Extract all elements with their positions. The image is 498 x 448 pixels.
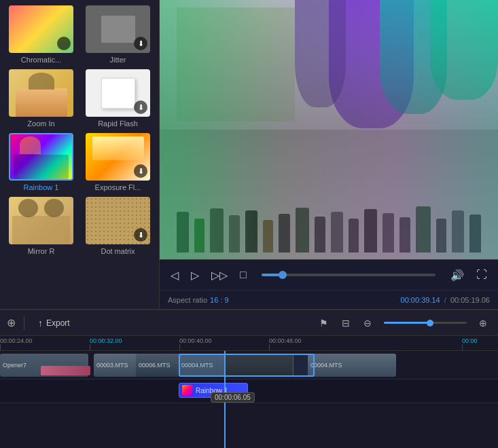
effects-panel: Chromatic... ⬇ Jitter bbox=[0, 0, 160, 309]
clip-audio[interactable] bbox=[41, 366, 90, 375]
export-button[interactable]: ↑ Export bbox=[33, 315, 75, 331]
fullscreen-button[interactable]: ⛶ bbox=[474, 266, 490, 284]
zoom-track bbox=[384, 322, 467, 324]
effect-thumb-rapid-flash: ⬇ bbox=[86, 69, 150, 117]
effect-item-jitter[interactable]: ⬇ Jitter bbox=[82, 5, 154, 64]
download-icon-rapid-flash: ⬇ bbox=[134, 100, 147, 114]
clip-dark[interactable] bbox=[224, 354, 294, 377]
clip-00004mts-2-label: 00004.MTS bbox=[308, 360, 345, 370]
export-label: Export bbox=[46, 318, 70, 328]
timeline-ruler: 00:00:24.00 00:00:32.00 00:00:40.00 00:0… bbox=[0, 336, 498, 351]
timeline-tracks: Opener7 00003.MTS 00006.MTS 00004.MTS bbox=[0, 351, 498, 448]
progress-dot bbox=[279, 271, 287, 279]
effect-thumb-dot-matrix: ⬇ bbox=[86, 197, 150, 244]
time-info: 00:00:39.14 / 00:05:19.06 bbox=[401, 296, 490, 304]
effect-label-rainbow1: Rainbow 1 bbox=[24, 183, 59, 191]
preview-panel: ◁ ▷ ▷▷ □ 🔊 ⛶ Aspect ratio 16 : 9 00:00:3… bbox=[160, 0, 498, 309]
effect-item-exposure-fl[interactable]: ⬇ Exposure Fl... bbox=[82, 133, 154, 191]
effect-item-rainbow1[interactable]: Rainbow 1 bbox=[5, 133, 77, 191]
download-icon-chromatic bbox=[57, 37, 71, 50]
effect-thumb-mirror-r bbox=[9, 197, 73, 244]
progress-bar[interactable] bbox=[262, 274, 435, 276]
download-icon-exposure: ⬇ bbox=[134, 164, 147, 178]
clip-button[interactable]: ⊟ bbox=[338, 315, 354, 331]
timeline-toolbar: ⊕ ↑ Export ⚑ ⊟ ⊖ ⊕ bbox=[0, 310, 498, 336]
clip-dark-label bbox=[225, 364, 230, 367]
clip-00006mts-label: 00006.MTS bbox=[136, 360, 173, 370]
effect-thumb-zoom-in bbox=[9, 69, 73, 117]
info-bar: Aspect ratio 16 : 9 00:00:39.14 / 00:05:… bbox=[160, 290, 498, 309]
aspect-ratio-value: 16 : 9 bbox=[210, 296, 229, 304]
effect-thumb-jitter: ⬇ bbox=[86, 5, 150, 53]
download-icon-dot-matrix: ⬇ bbox=[134, 228, 147, 242]
effect-label-rapid-flash: Rapid Flash bbox=[98, 119, 138, 128]
download-icon-jitter: ⬇ bbox=[134, 37, 147, 50]
zoom-fill bbox=[384, 322, 433, 324]
ruler-line-2 bbox=[179, 344, 180, 350]
effect-item-zoom-in[interactable]: Zoom In bbox=[5, 69, 77, 128]
stop-button[interactable]: □ bbox=[237, 266, 249, 284]
ruler-mark-2: 00:00:40.00 bbox=[179, 336, 212, 344]
export-icon: ↑ bbox=[38, 318, 43, 329]
zoom-in-button[interactable]: ⊕ bbox=[475, 315, 491, 331]
volume-button[interactable]: 🔊 bbox=[448, 266, 467, 284]
effect-label-mirror-r: Mirror R bbox=[28, 247, 55, 255]
ruler-line-3 bbox=[269, 344, 270, 350]
time-tooltip: 00:00:06.05 bbox=[211, 392, 255, 403]
ruler-line-4 bbox=[462, 344, 463, 350]
effect-thumb-rainbow1 bbox=[9, 133, 73, 181]
effect-item-dot-matrix[interactable]: ⬇ Dot matrix bbox=[82, 197, 154, 255]
aspect-ratio-label: Aspect ratio bbox=[168, 296, 207, 304]
progress-fill bbox=[262, 274, 283, 276]
effects-grid: Chromatic... ⬇ Jitter bbox=[5, 5, 154, 255]
controls-bar: ◁ ▷ ▷▷ □ 🔊 ⛶ bbox=[160, 259, 498, 290]
timeline-section: ⊕ ↑ Export ⚑ ⊟ ⊖ ⊕ 00:00:24.00 00:00:32.… bbox=[0, 309, 498, 448]
ruler-line-1 bbox=[90, 344, 90, 350]
clip-00003mts-label: 00003.MTS bbox=[94, 360, 131, 370]
time-total: 00:05:19.06 bbox=[450, 296, 490, 304]
effect-label-zoom-in: Zoom In bbox=[27, 119, 54, 128]
rewind-button[interactable]: ◁ bbox=[168, 266, 181, 284]
ruler-mark-4: 00:00 bbox=[462, 336, 478, 344]
video-preview bbox=[160, 0, 498, 259]
effect-thumb-exposure-fl: ⬇ bbox=[86, 133, 150, 181]
toolbar-separator-1 bbox=[24, 316, 24, 330]
video-track-row: Opener7 00003.MTS 00006.MTS 00004.MTS bbox=[0, 351, 498, 379]
time-separator: / bbox=[444, 296, 446, 304]
time-current: 00:00:39.14 bbox=[401, 296, 440, 304]
fast-forward-button[interactable]: ▷▷ bbox=[209, 266, 230, 284]
clip-opener7-label: Opener7 bbox=[0, 360, 29, 370]
effects-track-row: Rainbow 1 00:00:06.05 bbox=[0, 379, 498, 403]
zoom-thumb[interactable] bbox=[427, 320, 433, 326]
ruler-mark-3: 00:00:48.00 bbox=[269, 336, 302, 344]
effect-item-rapid-flash[interactable]: ⬇ Rapid Flash bbox=[82, 69, 154, 128]
effect-label-exposure-fl: Exposure Fl... bbox=[95, 183, 141, 191]
marker-button[interactable]: ⚑ bbox=[315, 315, 332, 331]
ruler-mark-0: 00:00:24.00 bbox=[0, 336, 33, 344]
clip-00004mts-2[interactable]: 00004.MTS bbox=[308, 354, 396, 377]
ruler-mark-1: 00:00:32.00 bbox=[90, 336, 122, 344]
ruler-line-0 bbox=[0, 344, 1, 350]
effect-label-chromatic: Chromatic... bbox=[21, 56, 61, 64]
zoom-out-button[interactable]: ⊖ bbox=[359, 315, 376, 331]
snap-button[interactable]: ⊕ bbox=[7, 316, 16, 329]
video-frame bbox=[160, 0, 498, 259]
effect-label-jitter: Jitter bbox=[110, 56, 126, 64]
rainbow-clip-icon bbox=[182, 385, 193, 396]
effect-thumb-chromatic bbox=[9, 5, 73, 53]
effect-label-dot-matrix: Dot matrix bbox=[101, 247, 135, 255]
effect-item-mirror-r[interactable]: Mirror R bbox=[5, 197, 77, 255]
effect-item-chromatic[interactable]: Chromatic... bbox=[5, 5, 77, 64]
clip-00004mts-1-label: 00004.MTS bbox=[179, 360, 216, 370]
zoom-slider-container bbox=[381, 322, 469, 324]
play-button[interactable]: ▷ bbox=[188, 266, 202, 284]
